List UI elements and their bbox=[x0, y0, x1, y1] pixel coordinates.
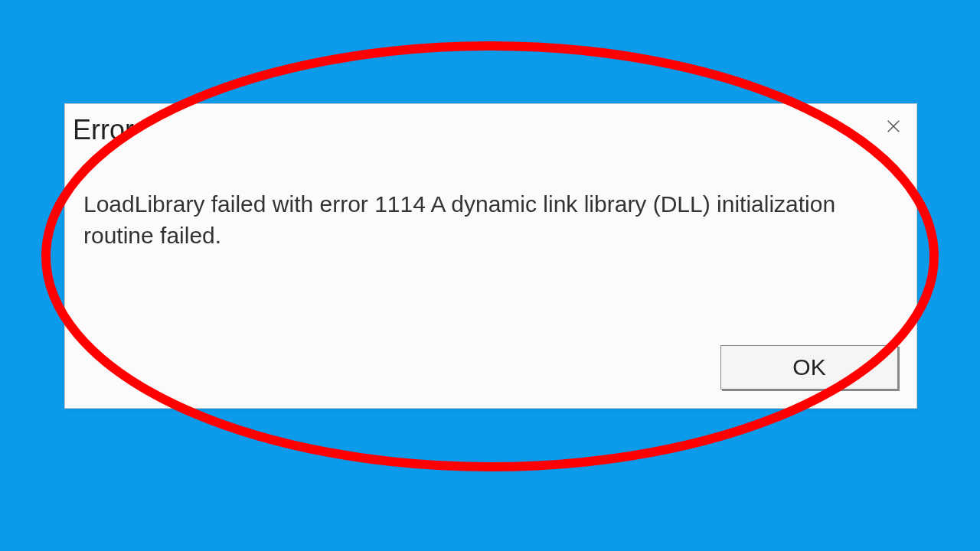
close-button[interactable] bbox=[878, 112, 909, 143]
dialog-body: LoadLibrary failed with error 1114 A dyn… bbox=[65, 150, 916, 345]
error-message: LoadLibrary failed with error 1114 A dyn… bbox=[83, 188, 864, 252]
ok-button[interactable]: OK bbox=[720, 345, 898, 390]
error-dialog: Error LoadLibrary failed with error 1114… bbox=[64, 103, 917, 409]
close-icon bbox=[885, 118, 902, 138]
dialog-title: Error bbox=[73, 113, 134, 144]
dialog-buttons: OK bbox=[65, 345, 916, 408]
dialog-titlebar: Error bbox=[65, 104, 916, 150]
